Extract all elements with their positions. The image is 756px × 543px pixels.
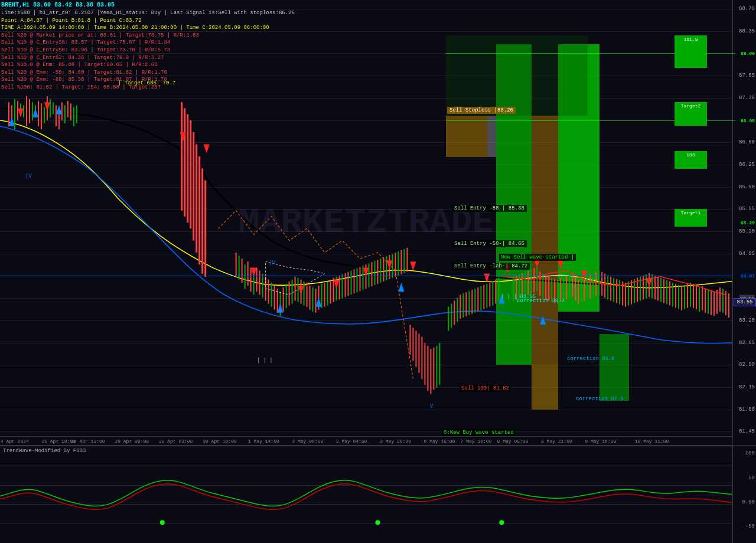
price-8180: 81.80 [739, 407, 755, 413]
buy-arrow-3 [56, 105, 62, 114]
sell-line-4: Sell %10 @ C_Entr62: 84.36 | Target:79.9… [1, 54, 295, 62]
price-8625: 86.25 [739, 162, 755, 168]
sell-arrow-6 [298, 286, 304, 295]
v-label-2: |V [269, 260, 276, 266]
new-buy-wave-label: 0:New Buy wave started [442, 429, 516, 436]
price-8870: 88.70 [739, 6, 755, 12]
price-8145: 81.45 [739, 428, 755, 434]
header-info: BRENT,H1 83.60 83.42 83.38 83.05 Line:15… [1, 1, 295, 91]
price-8355-label: | | | 83.55 [501, 294, 536, 300]
buy-arrow-1 [9, 117, 15, 126]
ind-level-0: 0.00 [742, 499, 755, 505]
buy-arrow-5 [316, 297, 322, 306]
price-8407: 84.07 [741, 273, 755, 279]
sell-100-label: Sell 100| 81.82 [460, 385, 511, 392]
price-8800: 88.00 [741, 51, 755, 56]
ind-level-100: 100 [745, 450, 755, 456]
target-2-box: Target2 [674, 102, 707, 126]
v-label-3: V [429, 403, 433, 410]
correction-87-label: correction 87.5 [576, 396, 624, 402]
price-8520: 85.20 [739, 228, 755, 234]
buy-arrow-4 [278, 304, 284, 313]
indicator-status: Line:1580 | h1_atr_c0: 0.2107 |Yema_H1_s… [1, 9, 295, 17]
correction-61-label: correction 61.8 [567, 356, 615, 362]
sell-line-3: Sell %10 @ C_Entry50: 83.96 | Target:73.… [1, 47, 295, 54]
sell-line-8: Sell %100: 81.82 | Target: 154; 60.88 | … [1, 84, 295, 91]
price-8695: 86.95 [741, 117, 755, 123]
ind-green-dot-1 [160, 520, 165, 525]
ind-level-50: 50 [748, 475, 755, 481]
horizontal-line-8407 [0, 276, 732, 276]
sell-arrow-4 [204, 145, 210, 153]
sell-arrow-7 [334, 280, 340, 289]
sell-arrow-9 [386, 260, 392, 269]
sell-arrow-10 [410, 261, 416, 270]
buy-arrow-8 [540, 316, 546, 325]
price-8555: 85.55 [739, 206, 755, 212]
sell-line-5: Sell %10.8 @ Enm: 85.08 | Target:80.65 |… [1, 61, 295, 69]
price-axis: 88.70 88.35 88.00 87.65 87.30 86.95 86.6… [732, 0, 756, 446]
chart-container: MARKETZTRADE [0, 0, 756, 543]
new-sell-wave-label: New Sell wave started | [499, 254, 576, 261]
price-8765: 87.65 [739, 73, 755, 78]
price-8485: 84.85 [739, 251, 755, 257]
buy-arrow-6 [398, 283, 404, 292]
sell-arrow-2 [44, 102, 50, 111]
time-info: TIME A:2024.05.09 14:00:00 | Time B:2024… [1, 24, 295, 32]
price-8320: 83.20 [739, 318, 755, 323]
sell-line-7: Sell %20 @ Enm: -88; 85.38 | Target:81.0… [1, 76, 295, 84]
ind-red-line [0, 484, 732, 510]
target-100-box: 100 [674, 151, 707, 169]
price-8285: 82.85 [739, 340, 755, 346]
sell-entry-88-label: Sell Entry -88-| 85.38 [452, 205, 527, 212]
ind-green-dot-2 [375, 520, 380, 525]
ind-green-dot-3 [499, 520, 504, 525]
indicator-axis: 100 50 0.00 -50 [732, 446, 756, 543]
point-info: Point A:84.07 | Point B:81.8 | Point C:8… [1, 17, 295, 25]
price-8660: 86.60 [739, 139, 755, 145]
current-price-box: 83.55 [734, 298, 756, 306]
v-label-1: |V [25, 173, 32, 179]
ind-level-minus50: -50 [745, 524, 755, 529]
sell-line-6: Sell %20 @ Enm: -50; 84.60 | Target:81.8… [1, 69, 295, 77]
price-8590: 85.90 [739, 184, 755, 190]
price-8215: 82.15 [739, 384, 755, 390]
sell-arrow-5 [251, 267, 257, 276]
sell-entry-50-label: Sell Entry -50-| 84.65 [452, 240, 527, 247]
candles-early [9, 96, 729, 394]
price-8835: 88.35 [739, 28, 755, 34]
sell-arrow-1 [18, 108, 24, 117]
ind-green-line [0, 480, 732, 506]
price-8730: 87.30 [739, 95, 755, 101]
target-1-box: Target1 [674, 209, 707, 227]
sell-line-2: Sell %10 @ C_Entry38: 83.57 | Target:75.… [1, 39, 295, 47]
sell-arrow-8 [363, 267, 369, 276]
price-8529: 65.29 [741, 220, 755, 225]
indicator-panel: TrendWave-Modified By FSB3 [0, 446, 732, 543]
ma-black [0, 108, 732, 289]
sell-arrow-14 [558, 260, 563, 269]
indicator-svg [0, 446, 732, 543]
sell-entry-lab-label: Sell Entry -lab-| 84.72 [452, 263, 530, 270]
price-8250: 82.50 [739, 362, 755, 368]
ma-blue [0, 126, 732, 344]
symbol-title: BRENT,H1 83.60 83.42 83.38 83.05 [1, 1, 295, 9]
main-chart: MARKETZTRADE [0, 0, 732, 446]
sell-stoploss-label: Sell Stoploss |86.26 [447, 107, 516, 114]
iii-label: | | | [257, 357, 273, 364]
target-161-8: 161.8 [674, 35, 707, 68]
ma-yellow [0, 120, 732, 288]
sell-line-1: Sell %20 @ Market price or at: 83.61 | T… [1, 32, 295, 40]
